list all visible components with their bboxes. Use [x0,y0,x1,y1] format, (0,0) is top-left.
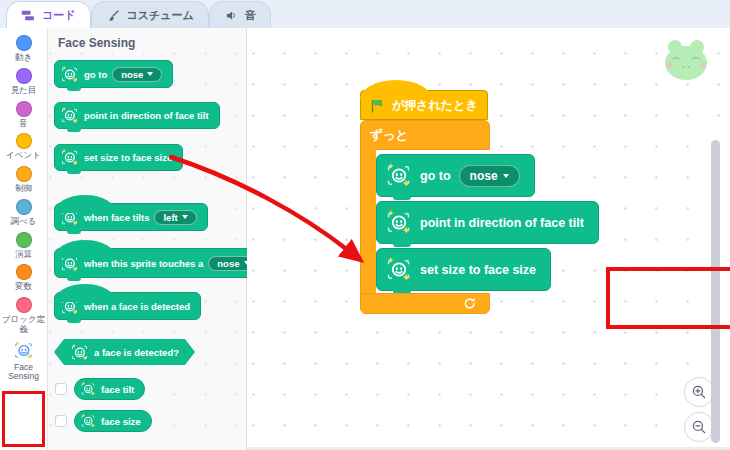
block-label: when a face is detected [84,301,190,312]
sidebar-item-control[interactable]: 制御 [0,164,48,197]
face-sensing-icon [60,254,79,273]
block-label: when face tilts [84,212,149,223]
tab-code-label: コード [42,8,76,23]
block-label: ずっと [370,127,408,144]
script-block-forever[interactable]: ずっと [360,120,490,150]
face-sensing-icon [385,209,412,236]
tab-bar: コード コスチューム 音 [0,0,730,28]
vertical-scrollbar-thumb[interactable] [711,140,720,443]
dropdown-caret-icon [503,174,509,178]
category-color-dot [16,199,32,215]
face-sensing-icon [60,106,79,125]
face-sensing-icon [80,413,96,429]
sidebar-item-motion[interactable]: 動き [0,33,48,66]
brush-icon [106,9,121,22]
block-label: go to [84,69,107,80]
category-label: イベント [6,151,41,161]
palette-block-when-face-detected[interactable]: when a face is detected [54,292,201,320]
palette-header: Face Sensing [58,36,135,50]
palette-block-when-sprite-touches[interactable]: when this sprite touches a nose [54,248,270,278]
category-color-dot [16,232,32,248]
face-sensing-icon [60,65,79,84]
script-block-when-flag-clicked[interactable]: が押されたとき [360,90,488,120]
category-label: ブロック定義 [2,315,46,335]
frog-sprite-watermark [661,36,711,82]
category-label: 見た目 [11,86,37,96]
face-sensing-icon [70,343,89,362]
tab-sounds[interactable]: 音 [209,1,271,28]
speaker-icon [224,9,239,22]
sidebar-item-variables[interactable]: 変数 [0,262,48,295]
category-color-dot [16,297,32,313]
extension-label: Face Sensing [2,363,46,383]
dropdown-nose[interactable]: nose [459,165,520,187]
zoom-out-button[interactable] [684,412,714,442]
block-label: が押されたとき [392,97,478,114]
sidebar-item-face-sensing[interactable]: Face Sensing [2,340,46,383]
category-color-dot [16,68,32,84]
palette-block-face-detected-boolean[interactable]: a face is detected? [54,339,195,365]
scratch-editor: コード コスチューム 音 動き 見た目 音 イベント 制御 [0,0,730,450]
dropdown-left[interactable]: left [154,210,196,225]
dropdown-value: left [163,212,177,223]
dropdown-caret-icon [147,72,153,76]
sidebar-item-sound[interactable]: 音 [0,99,48,132]
category-color-dot [16,133,32,149]
dropdown-value: nose [121,69,143,80]
face-sensing-icon [385,162,412,189]
script-block-point-in-direction[interactable]: point in direction of face tilt [376,201,599,244]
category-color-dot [16,166,32,182]
category-label: 演算 [15,250,32,260]
face-sensing-icon [80,381,96,397]
palette-block-point-in-direction[interactable]: point in direction of face tilt [54,102,220,129]
category-sidebar: 動き 見た目 音 イベント 制御 調べる 演算 変数 [0,28,48,450]
block-palette: Face Sensing go to nose point in directi… [48,28,247,450]
block-label: when this sprite touches a [84,258,203,269]
tab-code[interactable]: コード [6,1,91,28]
tab-costumes-label: コスチューム [127,8,194,23]
zoom-in-icon [690,383,708,401]
category-label: 音 [19,119,28,129]
palette-block-set-size[interactable]: set size to face size [54,144,183,171]
block-label: face size [101,416,141,427]
category-label: 調べる [11,217,37,227]
sidebar-item-sensing[interactable]: 調べる [0,197,48,230]
category-label: 動き [15,53,32,63]
sidebar-item-myblocks[interactable]: ブロック定義 [0,295,48,338]
category-color-dot [16,264,32,280]
block-label: a face is detected? [94,347,179,358]
sidebar-item-operators[interactable]: 演算 [0,230,48,263]
dropdown-nose[interactable]: nose [112,67,162,82]
category-label: 制御 [15,184,32,194]
sidebar-item-events[interactable]: イベント [0,131,48,164]
palette-block-go-to[interactable]: go to nose [54,60,173,88]
dropdown-value: nose [217,258,239,269]
sidebar-item-looks[interactable]: 見た目 [0,66,48,99]
dropdown-value: nose [470,169,498,183]
category-color-dot [16,35,32,51]
face-sensing-icon [60,208,79,227]
category-color-dot [16,101,32,117]
block-label: set size to face size [420,263,536,277]
zoom-out-icon [690,418,708,436]
face-sensing-icon [60,297,79,316]
face-sensing-icon [385,256,412,283]
face-sensing-icon [13,340,34,361]
forever-loop-arm [360,149,376,294]
checkbox-face-tilt[interactable] [55,383,67,395]
palette-block-face-size-reporter[interactable]: face size [74,410,152,432]
script-block-set-size[interactable]: set size to face size [376,248,551,291]
forever-loop-bottom[interactable] [360,293,490,314]
palette-block-when-face-tilts[interactable]: when face tilts left [54,203,208,231]
tab-sounds-label: 音 [245,8,256,23]
green-flag-icon [369,97,386,114]
zoom-in-button[interactable] [684,377,714,407]
palette-block-face-tilt-reporter[interactable]: face tilt [74,378,145,400]
block-label: face tilt [101,384,134,395]
tab-costumes[interactable]: コスチューム [91,1,209,28]
script-block-go-to[interactable]: go to nose [376,154,535,197]
loop-arrow-icon [463,297,477,310]
script-workspace[interactable]: が押されたとき ずっと go to nose point in directio… [247,28,730,450]
checkbox-face-size[interactable] [55,415,67,427]
category-label: 変数 [15,282,32,292]
